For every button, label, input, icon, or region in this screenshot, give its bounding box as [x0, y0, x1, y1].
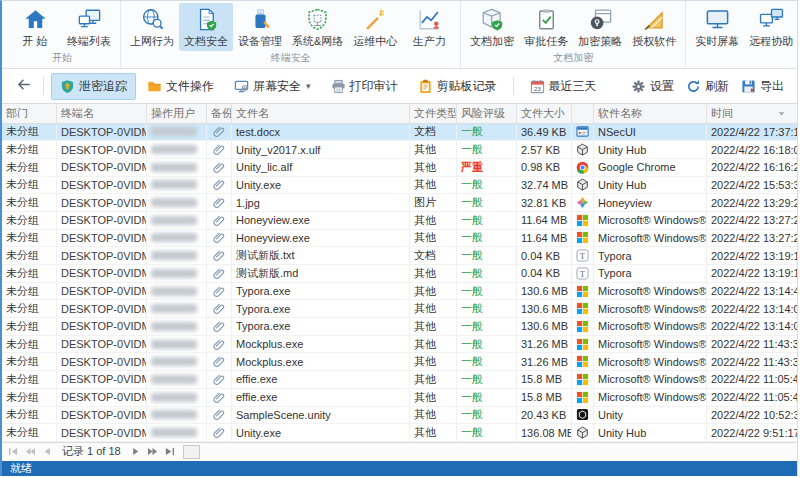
- filetype-cell-text: 其他: [414, 337, 436, 352]
- ribbon-item-home[interactable]: 开 始: [8, 3, 62, 51]
- filename-cell: Mockplus.exe: [232, 353, 410, 370]
- productivity-icon: [416, 6, 443, 33]
- table-row[interactable]: 未分组DESKTOP-0VIDMDJMockplus.exe其他一般31.26 …: [2, 336, 797, 354]
- internet-behavior-icon: [139, 6, 166, 33]
- ribbon-item-terminal-list[interactable]: 终端列表: [62, 3, 116, 51]
- pg-prev-icon[interactable]: [41, 446, 54, 458]
- column-header-终端名[interactable]: 终端名: [57, 104, 147, 122]
- pg-prev2-icon[interactable]: [24, 446, 37, 458]
- table-row[interactable]: 未分组DESKTOP-0VIDMDJUnity.exe其他一般32.74 MBU…: [2, 177, 797, 195]
- column-header-文件名[interactable]: 文件名: [232, 104, 410, 122]
- table-row[interactable]: 未分组DESKTOP-0VIDMDJUnity.exe其他一般136.08 MB…: [2, 424, 797, 442]
- filesize-cell: 31.26 MB: [517, 336, 572, 353]
- pager-size-box[interactable]: [183, 445, 200, 459]
- column-header-风险评级[interactable]: 风险评级: [457, 104, 517, 122]
- filename-cell: Honeyview.exe: [232, 230, 410, 247]
- dept-cell-text: 未分组: [6, 354, 39, 369]
- export-button[interactable]: 导出: [736, 74, 789, 99]
- ribbon-item-authorized-software[interactable]: 授权软件: [627, 3, 681, 51]
- app-icon-cell: [572, 407, 594, 424]
- filesize-cell: 20.43 KB: [517, 407, 572, 424]
- paperclip-icon: [213, 125, 226, 138]
- time-cell: 2022/4/22 13:27:25: [707, 230, 797, 247]
- toolbar-button-file-operations[interactable]: 文件操作: [138, 73, 223, 100]
- column-header-软件名称[interactable]: 软件名称: [594, 104, 707, 122]
- table-row[interactable]: 未分组DESKTOP-0VIDMDJUnity_lic.alf其他严重0.98 …: [2, 159, 797, 177]
- risk-badge: 一般: [461, 301, 483, 316]
- time-cell: 2022/4/22 11:43:37: [707, 353, 797, 370]
- table-row[interactable]: 未分组DESKTOP-0VIDMDJeffie.exe其他一般15.8 MBMi…: [2, 389, 797, 407]
- time-cell: 2022/4/22 13:14:44: [707, 283, 797, 300]
- back-button[interactable]: [10, 74, 36, 98]
- ribbon-item-realtime-screen[interactable]: 实时屏幕: [690, 3, 744, 51]
- toolbar-button-screen-security[interactable]: 屏幕安全▾: [225, 73, 320, 100]
- table-row[interactable]: 未分组DESKTOP-0VIDMDJtest.docx文档一般36.49 KBN…: [2, 124, 797, 142]
- ribbon-item-ops-center[interactable]: 运维中心: [348, 3, 402, 51]
- remote-assist-icon: [758, 6, 785, 33]
- filetype-cell-text: 其他: [414, 160, 436, 175]
- toolbar-button-leak-trace[interactable]: 泄密追踪: [51, 73, 136, 100]
- ribbon-item-remote-assist[interactable]: 远程协助: [744, 3, 798, 51]
- date-filter-button[interactable]: 23最近三天: [521, 73, 606, 100]
- table-row[interactable]: 未分组DESKTOP-0VIDMDJ1.jpg图片一般32.81 KBHoney…: [2, 194, 797, 212]
- filesize-cell-text: 20.43 KB: [521, 409, 566, 421]
- column-header-文件大小[interactable]: 文件大小: [517, 104, 572, 122]
- table-row[interactable]: 未分组DESKTOP-0VIDMDJ测试新版.txt文档一般0.04 KBTTy…: [2, 247, 797, 265]
- column-header-操作用户[interactable]: 操作用户: [147, 104, 207, 122]
- table-row[interactable]: 未分组DESKTOP-0VIDMDJHoneyview.exe其他一般11.64…: [2, 230, 797, 248]
- table-row[interactable]: 未分组DESKTOP-0VIDMDJTypora.exe其他一般130.6 MB…: [2, 318, 797, 336]
- paperclip-icon: [213, 391, 226, 404]
- table-row[interactable]: 未分组DESKTOP-0VIDMDJeffie.exe其他一般15.8 MBMi…: [2, 371, 797, 389]
- app-icon-cell: [572, 300, 594, 317]
- ribbon-item-label: 远程协助: [749, 34, 793, 49]
- pg-next-icon[interactable]: [129, 446, 142, 458]
- ribbon-item-internet-behavior[interactable]: 上网行为: [125, 3, 179, 51]
- filter-arrow-icon[interactable]: [776, 108, 787, 119]
- app-icon-cell: [572, 159, 594, 176]
- filesize-cell-text: 130.6 MB: [521, 303, 568, 315]
- ribbon-item-device-management[interactable]: 设备管理: [233, 3, 287, 51]
- column-header-文件类型[interactable]: 文件类型: [410, 104, 457, 122]
- table-row[interactable]: 未分组DESKTOP-0VIDMDJUnity_v2017.x.ulf其他一般2…: [2, 141, 797, 159]
- column-header-部门[interactable]: 部门: [2, 104, 57, 122]
- ribbon-item-document-security[interactable]: 文档安全: [179, 3, 233, 51]
- terminal-cell: DESKTOP-0VIDMDJ: [57, 300, 147, 317]
- app-icon-cell: [572, 141, 594, 158]
- table-row[interactable]: 未分组DESKTOP-0VIDMDJSampleScene.unity其他一般2…: [2, 407, 797, 425]
- app-icon-cell: [572, 212, 594, 229]
- app-icon-cell: [572, 371, 594, 388]
- filename-cell: 1.jpg: [232, 194, 410, 211]
- terminal-name: DESKTOP-0VIDMDJ: [61, 320, 147, 332]
- table-row[interactable]: 未分组DESKTOP-0VIDMDJ测试新版.md其他一般0.04 KBTTyp…: [2, 265, 797, 283]
- svg-text:T: T: [580, 269, 585, 278]
- paperclip-icon: [213, 231, 226, 244]
- pg-first-icon[interactable]: [7, 446, 20, 458]
- ribbon-item-system-network[interactable]: 系统&网络: [287, 3, 348, 51]
- terminal-cell: DESKTOP-0VIDMDJ: [57, 283, 147, 300]
- column-header-icon[interactable]: [572, 104, 594, 122]
- refresh-button[interactable]: 刷新: [681, 74, 734, 99]
- toolbar-right-label: 设置: [650, 78, 674, 95]
- toolbar-button-clipboard-record[interactable]: 剪贴板记录: [409, 73, 506, 100]
- toolbar-button-print-audit[interactable]: 打印审计: [322, 73, 407, 100]
- table-row[interactable]: 未分组DESKTOP-0VIDMDJMockplus.exe其他一般31.26 …: [2, 353, 797, 371]
- table-row[interactable]: 未分组DESKTOP-0VIDMDJHoneyview.exe其他一般11.64…: [2, 212, 797, 230]
- app-name-cell: Microsoft® Windows® Oper...: [594, 336, 707, 353]
- ribbon-item-encrypt-policy[interactable]: 加密策略: [573, 3, 627, 51]
- column-header-备份[interactable]: 备份: [207, 104, 232, 122]
- time-cell: 2022/4/22 16:18:03: [707, 141, 797, 158]
- table-row[interactable]: 未分组DESKTOP-0VIDMDJTypora.exe其他一般130.6 MB…: [2, 283, 797, 301]
- ribbon-item-document-encrypt[interactable]: 文档加密: [465, 3, 519, 51]
- pg-last-icon[interactable]: [163, 446, 176, 458]
- dept-cell: 未分组: [2, 424, 57, 441]
- table-row[interactable]: 未分组DESKTOP-0VIDMDJTypora.exe其他一般130.6 MB…: [2, 300, 797, 318]
- pg-next2-icon[interactable]: [146, 446, 159, 458]
- ribbon-item-productivity[interactable]: 生产力: [402, 3, 456, 51]
- ribbon-item-approval-task[interactable]: 审批任务: [519, 3, 573, 51]
- column-header-时间[interactable]: 时间: [707, 104, 797, 122]
- attachment-cell: [207, 141, 232, 158]
- settings-small-button[interactable]: 设置: [626, 74, 679, 99]
- paperclip-icon: [213, 373, 226, 386]
- filetype-cell: 其他: [410, 407, 457, 424]
- date-filter-group: 23最近三天: [521, 73, 606, 100]
